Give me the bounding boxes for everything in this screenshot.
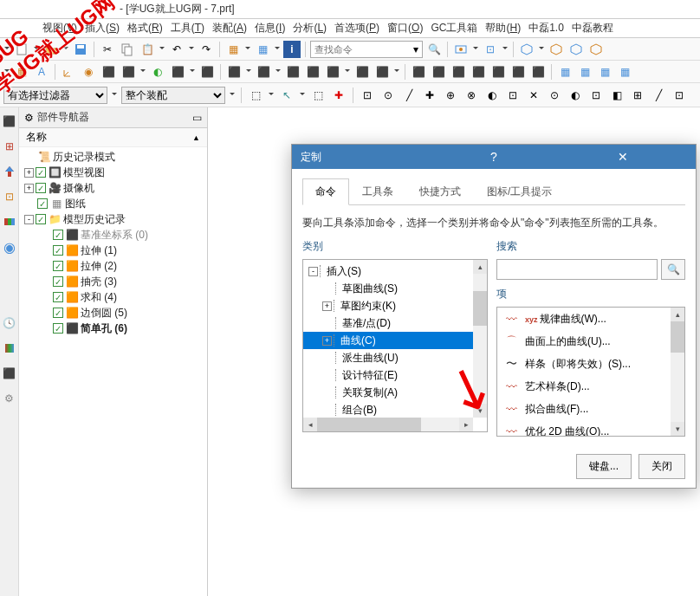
scroll-left-icon[interactable]: ◂	[303, 418, 317, 431]
sidebar-nav-icon[interactable]: 🕓	[1, 314, 18, 332]
tree-toggle[interactable]: +	[322, 336, 332, 346]
snap-icon[interactable]: ⊕	[442, 87, 459, 104]
assembly-select[interactable]: 整个装配	[121, 87, 225, 104]
tab[interactable]: 图标/工具提示	[474, 178, 565, 205]
scroll-up-icon[interactable]: ▴	[473, 260, 487, 274]
sidebar-nav-icon[interactable]	[1, 163, 18, 180]
category-item[interactable]: 基准/点(D)	[303, 314, 487, 332]
snap-icon[interactable]: ⊗	[463, 87, 480, 104]
cube-icon[interactable]	[518, 41, 535, 58]
snap-icon[interactable]: ╱	[650, 87, 667, 104]
category-item[interactable]: +草图约束(K)	[303, 297, 487, 314]
checkbox-icon[interactable]: ✓	[53, 308, 63, 318]
undo-icon[interactable]: ↶	[168, 41, 185, 58]
tool-icon[interactable]: ⬛	[353, 63, 371, 81]
dropdown-icon[interactable]	[393, 64, 400, 80]
scroll-thumb[interactable]	[473, 291, 487, 326]
tree-toggle[interactable]: -	[24, 215, 34, 224]
scroll-thumb[interactable]	[671, 321, 684, 353]
dropdown-icon[interactable]	[299, 87, 306, 103]
navigator-column-header[interactable]: 名称 ▲	[19, 128, 207, 147]
scrollbar-v[interactable]: ▴ ▾	[473, 260, 487, 418]
tree-item[interactable]: ✓⬛基准坐标系 (0)	[19, 227, 207, 243]
sidebar-nav-icon[interactable]: ⬛	[1, 113, 18, 130]
gear-icon[interactable]: ⚙	[24, 112, 34, 124]
dropdown-icon[interactable]	[274, 42, 281, 57]
category-item[interactable]: 草图曲线(S)	[303, 280, 487, 297]
category-list[interactable]: -插入(S)草图曲线(S)+草图约束(K)基准/点(D)+曲线(C)派生曲线(U…	[302, 259, 488, 432]
checkbox-icon[interactable]: ✓	[36, 167, 46, 178]
tool-icon[interactable]: ⬛	[489, 63, 507, 81]
scrollbar-v[interactable]: ▴ ▾	[671, 308, 684, 436]
sidebar-nav-icon[interactable]	[1, 340, 18, 357]
checkbox-icon[interactable]: ✓	[53, 261, 63, 271]
checkbox-icon[interactable]: ✓	[53, 292, 63, 302]
tool-icon[interactable]: ⬛	[169, 63, 186, 81]
tool-icon[interactable]: ▦	[224, 41, 242, 58]
select-icon[interactable]: ⬚	[309, 87, 327, 104]
snap-icon[interactable]: ◐	[567, 87, 584, 104]
tree-item[interactable]: -✓📁模型历史记录	[19, 211, 207, 227]
copy-icon[interactable]	[119, 41, 136, 58]
tree-item[interactable]: ✓🟧求和 (4)	[19, 289, 207, 305]
tab[interactable]: 快捷方式	[406, 178, 474, 205]
snap-icon[interactable]: ⊡	[671, 87, 688, 104]
tool-icon[interactable]: ⬛	[470, 63, 487, 81]
dropdown-icon[interactable]	[268, 87, 275, 103]
tool-icon[interactable]: ⬛	[284, 63, 301, 81]
menu-item[interactable]: 分析(L)	[289, 19, 330, 37]
menu-item[interactable]: 格式(R)	[124, 19, 166, 37]
close-icon[interactable]: ✕	[558, 147, 687, 166]
dropdown-icon[interactable]	[344, 64, 351, 80]
redo-icon[interactable]: ↷	[198, 41, 215, 58]
menu-item[interactable]: 工具(T)	[167, 19, 208, 37]
snap-icon[interactable]: ⊡	[359, 87, 376, 104]
sidebar-nav-icon[interactable]: ⚙	[1, 390, 18, 407]
dropdown-icon[interactable]	[111, 87, 118, 103]
tree-item[interactable]: ✓🟧边倒圆 (5)	[19, 305, 207, 321]
scroll-down-icon[interactable]: ▾	[671, 422, 684, 436]
sidebar-nav-icon[interactable]: ⬛	[1, 365, 18, 382]
category-item[interactable]: +曲线(C)	[303, 332, 487, 349]
tool-icon[interactable]: ◉	[80, 63, 97, 81]
menu-item[interactable]: 首选项(P)	[331, 19, 383, 37]
snap-icon[interactable]: ✕	[525, 87, 542, 104]
dropdown-icon[interactable]	[189, 64, 196, 80]
sidebar-nav-icon[interactable]: ⊡	[1, 188, 18, 205]
snap-icon[interactable]: ⊞	[629, 87, 646, 104]
dropdown-icon[interactable]	[538, 42, 545, 57]
command-item[interactable]: 〰拟合曲线(F)...	[497, 398, 684, 420]
dropdown-icon[interactable]	[188, 42, 195, 57]
tool-icon[interactable]: ⬛	[255, 63, 272, 81]
csys-icon[interactable]	[60, 63, 77, 81]
menu-item[interactable]: 装配(A)	[209, 19, 250, 37]
scroll-down-icon[interactable]: ▾	[473, 404, 487, 418]
tool-icon[interactable]: ⬛	[373, 63, 391, 81]
menu-item[interactable]: GC工具箱	[427, 19, 481, 37]
dropdown-icon[interactable]	[275, 64, 282, 80]
scrollbar-h[interactable]: ◂ ▸	[303, 418, 473, 431]
scroll-thumb[interactable]	[317, 418, 421, 431]
dropdown-icon[interactable]	[33, 42, 40, 57]
toolbar-handle[interactable]	[3, 64, 10, 80]
tree-toggle[interactable]: -	[308, 267, 318, 276]
sidebar-nav-icon[interactable]	[1, 213, 18, 230]
command-search-input[interactable]	[314, 44, 413, 55]
snap-icon[interactable]: ◧	[608, 87, 625, 104]
new-icon[interactable]	[13, 41, 30, 58]
menu-item[interactable]: 插入(S)	[81, 19, 123, 37]
command-item[interactable]: 〰xyz规律曲线(W)...	[497, 308, 684, 330]
tree-item[interactable]: 📜历史记录模式	[19, 149, 207, 165]
command-item[interactable]: ⌒曲面上的曲线(U)...	[497, 330, 684, 353]
filter-select[interactable]: 有选择过滤器	[3, 87, 107, 104]
tool-icon[interactable]: ⬛	[225, 63, 243, 81]
save-icon[interactable]	[72, 41, 89, 58]
tool-icon[interactable]: ⬛	[509, 63, 527, 81]
snap-icon[interactable]: ✚	[421, 87, 438, 104]
category-item[interactable]: -插入(S)	[303, 262, 487, 280]
tool-icon[interactable]: ▦	[556, 63, 574, 81]
snap-icon[interactable]: ╱	[400, 87, 418, 104]
command-item[interactable]: 〰优化 2D 曲线(O)...	[497, 420, 684, 437]
scroll-up-icon[interactable]: ▴	[671, 308, 684, 321]
dropdown-icon[interactable]	[159, 42, 165, 57]
